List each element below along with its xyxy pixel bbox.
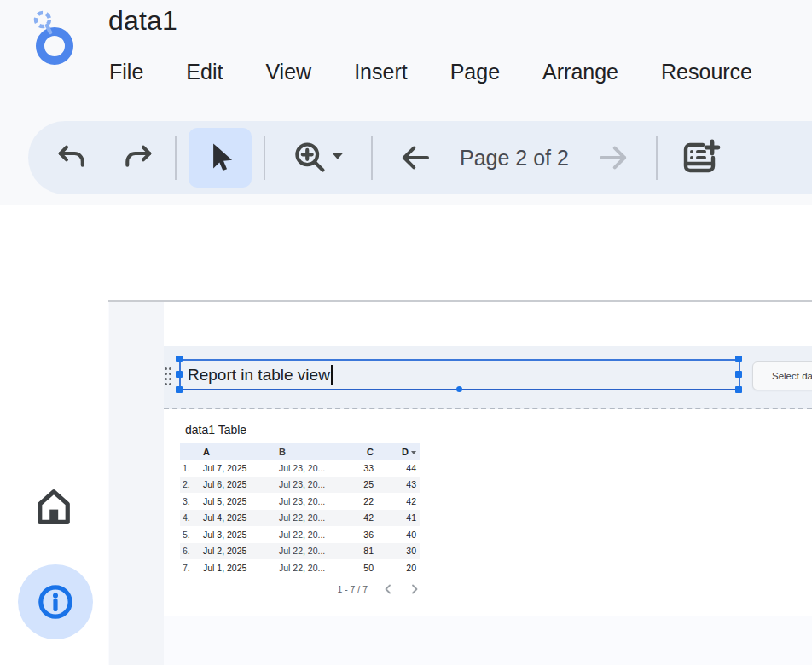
table-row: 3. Jul 5, 2025 Jul 23, 20... 22 42 (180, 493, 420, 510)
menu-resource[interactable]: Resource (661, 60, 752, 84)
header-col-a[interactable]: A (201, 443, 277, 460)
left-sidebar (0, 205, 108, 665)
sort-caret-icon (411, 451, 416, 454)
quick-filter-bar: + Add quick filter Reset (0, 205, 812, 301)
chevron-right-icon (409, 583, 420, 595)
previous-page-button[interactable] (390, 132, 441, 183)
pagination-range: 1 - 7 / 7 (337, 584, 368, 594)
selection-handle-mid-right[interactable] (735, 371, 742, 378)
menu-view[interactable]: View (265, 60, 311, 84)
info-icon (35, 581, 76, 622)
info-button[interactable] (18, 564, 93, 639)
table-row: 4. Jul 4, 2025 Jul 22, 20... 42 41 (180, 510, 420, 527)
menu-arrange[interactable]: Arrange (542, 60, 618, 84)
menubar: File Edit View Insert Page Arrange Resou… (109, 60, 752, 84)
page-indicator[interactable]: Page 2 of 2 (460, 146, 569, 171)
toolbar-divider (175, 136, 177, 180)
menu-edit[interactable]: Edit (186, 60, 223, 84)
app-header: data1 File Edit View Insert Page Arrange… (0, 0, 812, 205)
toolbar: Page 2 of 2 (28, 121, 812, 194)
cursor-select-icon (202, 140, 238, 176)
menu-file[interactable]: File (109, 60, 143, 84)
redo-button[interactable] (112, 132, 163, 183)
chevron-left-icon (382, 583, 394, 595)
selection-handle-top-right[interactable] (735, 356, 742, 362)
table-header-row: A B C D (180, 443, 420, 460)
drag-handle[interactable] (165, 367, 175, 386)
looker-studio-logo-icon[interactable] (29, 9, 77, 68)
table-pagination: 1 - 7 / 7 (180, 578, 420, 600)
selection-handle-bottom-left[interactable] (176, 386, 183, 393)
toolbar-divider (264, 136, 265, 180)
selection-handle-bottom-right[interactable] (735, 386, 742, 393)
data-table-component[interactable]: data1 Table A B C D 1. Jul 7, 2025 Jul 2… (180, 419, 420, 600)
report-title[interactable]: data1 (108, 5, 177, 37)
add-page-icon (680, 137, 721, 178)
menu-insert[interactable]: Insert (354, 60, 408, 84)
looker-studio-window: data1 File Edit View Insert Page Arrange… (0, 0, 812, 665)
zoom-tool-button[interactable] (277, 132, 359, 183)
undo-icon (55, 140, 90, 176)
home-icon[interactable] (32, 485, 76, 529)
menu-page[interactable]: Page (450, 60, 500, 84)
data-table: A B C D 1. Jul 7, 2025 Jul 23, 20... 33 … (180, 443, 420, 576)
header-col-d[interactable]: D (378, 443, 420, 460)
table-row: 7. Jul 1, 2025 Jul 22, 20... 50 20 (180, 559, 420, 576)
selection-handle-mid-left[interactable] (176, 371, 183, 378)
select-tool-button[interactable] (188, 128, 252, 188)
add-page-button[interactable] (675, 132, 726, 183)
header-col-b[interactable]: B (277, 443, 361, 460)
undo-button[interactable] (47, 132, 98, 183)
header-col-c[interactable]: C (361, 443, 378, 460)
title-textbox-text: Report in table view (188, 366, 330, 385)
toolbar-divider (656, 136, 658, 180)
arrow-left-icon (397, 140, 433, 176)
table-title: data1 Table (180, 419, 420, 443)
selection-handle-top-left[interactable] (176, 356, 183, 362)
next-page-button[interactable] (588, 132, 639, 183)
selection-handle-bottom-center[interactable] (456, 386, 462, 392)
date-range-label: Select date range (772, 371, 812, 381)
header-index (180, 443, 201, 460)
table-row: 1. Jul 7, 2025 Jul 23, 20... 33 44 (180, 460, 420, 477)
redo-icon (119, 140, 155, 176)
arrow-right-icon (595, 140, 631, 176)
table-row: 2. Jul 6, 2025 Jul 23, 20... 25 43 (180, 477, 420, 494)
zoom-in-icon (292, 139, 345, 176)
pagination-next-button[interactable] (409, 583, 420, 595)
table-row: 6. Jul 2, 2025 Jul 22, 20... 81 30 (180, 543, 420, 560)
page-bottom-edge (164, 616, 812, 616)
pagination-prev-button[interactable] (382, 583, 394, 595)
date-range-control[interactable]: Select date range (752, 361, 812, 390)
canvas-gutter (109, 302, 164, 665)
table-row: 5. Jul 3, 2025 Jul 22, 20... 36 40 (180, 526, 420, 543)
text-cursor (331, 365, 333, 385)
toolbar-divider (371, 136, 373, 180)
